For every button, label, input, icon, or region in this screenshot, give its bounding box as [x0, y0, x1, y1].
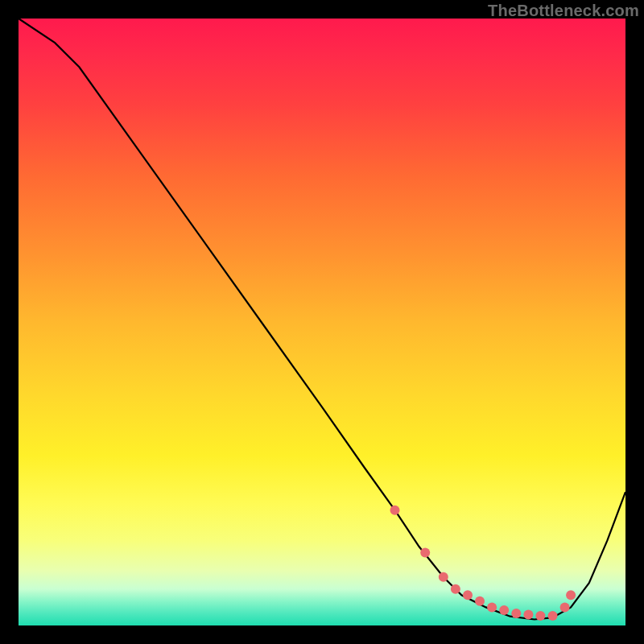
chart-frame: TheBottleneck.com	[0, 0, 644, 644]
optimum-dot	[566, 590, 576, 600]
optimum-dot	[463, 590, 473, 600]
watermark-text: TheBottleneck.com	[488, 2, 639, 20]
optimum-dot	[548, 611, 558, 621]
optimum-dot	[511, 609, 521, 618]
bottleneck-curve-svg	[19, 19, 625, 625]
optimum-dot	[390, 506, 400, 515]
optimum-dot	[439, 572, 448, 582]
optimum-dot	[523, 609, 533, 619]
bottleneck-curve-path	[19, 19, 625, 620]
optimum-dots-group	[390, 506, 576, 621]
optimum-dot	[420, 548, 430, 558]
optimum-dot	[475, 597, 485, 606]
optimum-dot	[451, 584, 460, 594]
plot-area	[19, 19, 625, 625]
optimum-dot	[499, 605, 509, 615]
optimum-dot	[487, 602, 497, 612]
optimum-dot	[535, 611, 545, 621]
optimum-dot	[560, 602, 570, 612]
